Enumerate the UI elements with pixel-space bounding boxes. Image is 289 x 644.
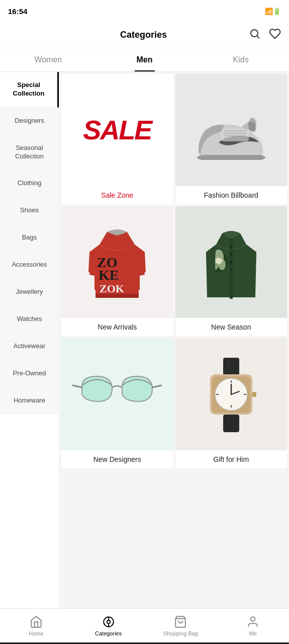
sidebar-item-designers[interactable]: Designers — [0, 108, 59, 135]
new-designers-label: New Designers — [61, 450, 173, 468]
sidebar-item-special-collection[interactable]: Special Collection — [0, 72, 59, 108]
nav-shopping-bag-label: Shopping Bag — [163, 630, 198, 636]
status-bar: 16:54 📶🔋 — [0, 0, 289, 22]
sunglasses-svg — [72, 371, 162, 417]
sidebar-item-accessories[interactable]: Accessories — [0, 252, 59, 279]
person-icon — [246, 615, 259, 628]
nav-categories-label: Categories — [95, 630, 122, 636]
svg-rect-13 — [95, 294, 139, 298]
grid-item-fashion-billboard[interactable]: Fashion Billboard — [175, 74, 287, 204]
header: Categories — [0, 22, 289, 48]
svg-point-18 — [230, 268, 232, 271]
svg-point-8 — [248, 118, 256, 132]
page-title: Categories — [38, 30, 249, 40]
nav-me[interactable]: Me — [217, 611, 289, 640]
svg-point-23 — [216, 258, 222, 264]
nav-shopping-bag[interactable]: Shopping Bag — [145, 611, 217, 640]
search-button[interactable] — [249, 28, 261, 43]
svg-rect-40 — [223, 415, 239, 432]
categories-icon — [102, 615, 115, 628]
svg-rect-36 — [244, 394, 246, 395]
sidebar-item-clothing[interactable]: Clothing — [0, 170, 59, 197]
svg-point-15 — [230, 246, 232, 248]
sweater-svg: ZO KE ZOK — [79, 222, 155, 302]
grid-item-new-season[interactable]: New Season — [175, 206, 287, 337]
sidebar-item-watches[interactable]: Watches — [0, 306, 59, 333]
svg-line-24 — [73, 385, 82, 387]
status-time: 16:54 — [8, 7, 27, 16]
battery-icon: 📶🔋 — [265, 8, 281, 15]
svg-point-46 — [251, 617, 255, 621]
tab-men[interactable]: Men — [97, 48, 193, 71]
nav-me-label: Me — [249, 630, 256, 636]
status-icons: 📶🔋 — [265, 8, 281, 15]
nav-home-label: Home — [29, 630, 43, 636]
svg-rect-35 — [216, 394, 219, 395]
shirt-svg — [194, 222, 269, 302]
new-season-label: New Season — [175, 318, 287, 336]
new-arrivals-label: New Arrivals — [61, 318, 173, 336]
sidebar-item-activewear[interactable]: Activewear — [0, 333, 59, 360]
svg-line-1 — [257, 36, 259, 38]
svg-rect-34 — [231, 405, 232, 408]
svg-point-0 — [251, 30, 258, 37]
sale-zone-image: SALE — [61, 74, 173, 186]
watch-svg — [201, 355, 261, 433]
content-area: SALE Sale Zone — [59, 72, 289, 608]
fashion-billboard-label: Fashion Billboard — [175, 186, 287, 204]
sidebar-item-pre-owned[interactable]: Pre-Owned — [0, 360, 59, 387]
svg-text:KE: KE — [99, 267, 119, 283]
nav-home[interactable]: Home — [0, 611, 72, 640]
home-icon — [30, 615, 43, 628]
tab-women[interactable]: Women — [0, 48, 97, 71]
bottom-nav: Home Categories Shopping Bag Me — [0, 608, 289, 642]
svg-text:ZOK: ZOK — [100, 282, 124, 295]
gift-for-him-label: Gift for Him — [175, 450, 287, 468]
bag-icon — [174, 615, 187, 628]
svg-line-25 — [152, 385, 161, 387]
tab-kids[interactable]: Kids — [192, 48, 289, 71]
svg-rect-27 — [227, 360, 229, 361]
svg-point-42 — [107, 620, 110, 623]
product-grid: SALE Sale Zone — [61, 74, 287, 468]
svg-rect-33 — [231, 380, 232, 383]
new-designers-image — [61, 338, 173, 450]
svg-rect-28 — [227, 363, 229, 364]
nav-categories[interactable]: Categories — [72, 611, 145, 640]
main-layout: Special Collection Designers Seasonal Co… — [0, 72, 289, 608]
new-arrivals-image: ZO KE ZOK — [61, 206, 173, 318]
sidebar-item-bags[interactable]: Bags — [0, 224, 59, 252]
grid-item-gift-for-him[interactable]: Gift for Him — [175, 338, 287, 468]
new-season-image — [175, 206, 287, 318]
svg-rect-39 — [252, 392, 256, 397]
wishlist-button[interactable] — [269, 28, 281, 43]
sidebar-item-jewellery[interactable]: Jewellery — [0, 279, 59, 306]
gift-for-him-image — [175, 338, 287, 450]
svg-rect-29 — [227, 366, 229, 367]
sidebar-item-shoes[interactable]: Shoes — [0, 197, 59, 224]
svg-point-17 — [230, 261, 232, 263]
shoe-svg — [191, 100, 271, 160]
svg-point-16 — [230, 253, 232, 256]
header-icons — [249, 28, 281, 43]
sidebar-item-seasonal-collection[interactable]: Seasonal Collection — [0, 135, 59, 171]
sidebar: Special Collection Designers Seasonal Co… — [0, 72, 59, 608]
fashion-billboard-image — [175, 74, 287, 186]
svg-rect-26 — [223, 358, 239, 375]
grid-item-new-arrivals[interactable]: ZO KE ZOK New Arrivals — [61, 206, 173, 337]
grid-item-new-designers[interactable]: New Designers — [61, 338, 173, 468]
sale-zone-label: Sale Zone — [61, 186, 173, 204]
tab-bar: Women Men Kids — [0, 48, 289, 72]
grid-item-sale-zone[interactable]: SALE Sale Zone — [61, 74, 173, 204]
sidebar-item-homeware[interactable]: Homeware — [0, 387, 59, 415]
